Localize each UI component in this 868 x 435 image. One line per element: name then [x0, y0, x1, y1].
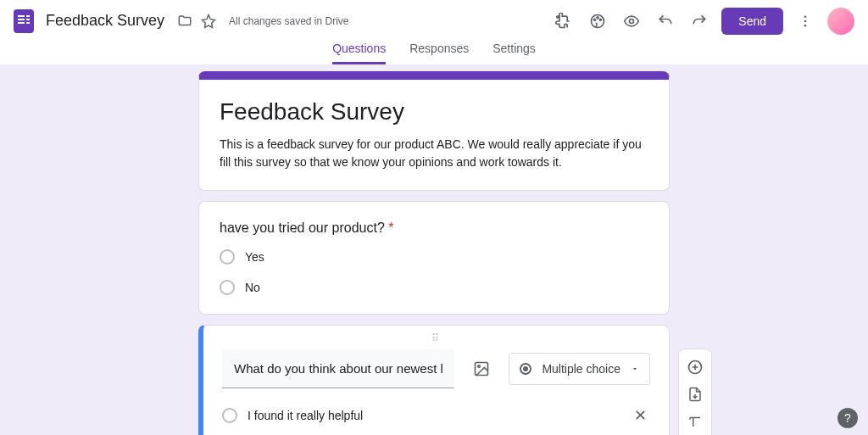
form-title[interactable]: Feedback Survey: [220, 98, 648, 125]
svg-point-3: [600, 19, 602, 20]
undo-icon[interactable]: [654, 9, 677, 33]
form-tabs: Questions Responses Settings: [0, 42, 868, 64]
question-1-option-row[interactable]: Yes: [220, 249, 648, 265]
question-1-title: have you tried our product? *: [220, 220, 648, 236]
form-description[interactable]: This is a feedback survey for our produc…: [220, 136, 648, 171]
option-label: No: [245, 281, 260, 294]
question-title-input-wrap: [222, 349, 454, 388]
editing-option-row: I found it really helpful ✕: [222, 405, 650, 426]
send-button[interactable]: Send: [721, 8, 783, 35]
redo-icon[interactable]: [687, 9, 711, 33]
addons-icon[interactable]: [552, 9, 576, 33]
question-side-toolbar: [678, 349, 712, 435]
add-image-to-question-icon[interactable]: [466, 354, 497, 384]
account-avatar[interactable]: [827, 8, 854, 35]
option-input[interactable]: I found it really helpful: [248, 405, 620, 426]
question-edit-header-row: Multiple choice: [222, 349, 650, 388]
radio-icon: [222, 408, 237, 423]
form-header-card[interactable]: Feedback Survey This is a feedback surve…: [198, 71, 670, 191]
svg-point-7: [804, 24, 807, 26]
add-title-button[interactable]: [682, 409, 709, 434]
google-forms-logo[interactable]: [14, 9, 34, 33]
app-header: Feedback Survey All changes saved in Dri…: [0, 0, 868, 42]
tab-settings[interactable]: Settings: [492, 42, 536, 64]
radio-icon[interactable]: [220, 280, 235, 295]
required-indicator: *: [388, 220, 393, 235]
save-status: All changes saved in Drive: [229, 15, 348, 27]
header-actions: Send: [552, 8, 854, 35]
more-menu-icon[interactable]: [793, 9, 817, 33]
question-type-label: Multiple choice: [542, 362, 620, 376]
move-to-folder-icon[interactable]: [173, 9, 197, 33]
customize-theme-icon[interactable]: [586, 9, 609, 33]
option-label: Yes: [245, 250, 264, 264]
question-type-dropdown[interactable]: Multiple choice: [509, 353, 650, 385]
question-title-input[interactable]: [222, 349, 454, 388]
svg-point-1: [594, 19, 596, 20]
svg-point-6: [804, 20, 807, 22]
help-button[interactable]: ?: [837, 408, 858, 428]
remove-option-icon[interactable]: ✕: [630, 405, 650, 426]
tab-questions[interactable]: Questions: [332, 42, 386, 64]
import-questions-button[interactable]: [682, 382, 709, 407]
question-card-1[interactable]: have you tried our product? * Yes No: [198, 201, 670, 315]
question-1-title-text: have you tried our product?: [220, 220, 385, 235]
document-title[interactable]: Feedback Survey: [46, 12, 164, 30]
question-1-option-row[interactable]: No: [220, 280, 648, 295]
svg-point-9: [478, 365, 481, 368]
drag-handle-icon[interactable]: ⠿: [222, 332, 650, 341]
svg-point-5: [804, 15, 807, 18]
form-canvas: Feedback Survey This is a feedback surve…: [0, 64, 868, 435]
preview-icon[interactable]: [620, 9, 643, 33]
radio-icon[interactable]: [220, 249, 235, 265]
question-card-2-editing[interactable]: ⠿ Multiple choice I found it: [198, 325, 670, 435]
svg-point-4: [630, 19, 634, 23]
chevron-down-icon: [631, 365, 639, 373]
tab-responses[interactable]: Responses: [409, 42, 469, 64]
add-question-button[interactable]: [682, 354, 709, 380]
svg-point-2: [597, 16, 598, 18]
star-icon[interactable]: [197, 9, 220, 33]
multiple-choice-icon: [520, 363, 531, 375]
